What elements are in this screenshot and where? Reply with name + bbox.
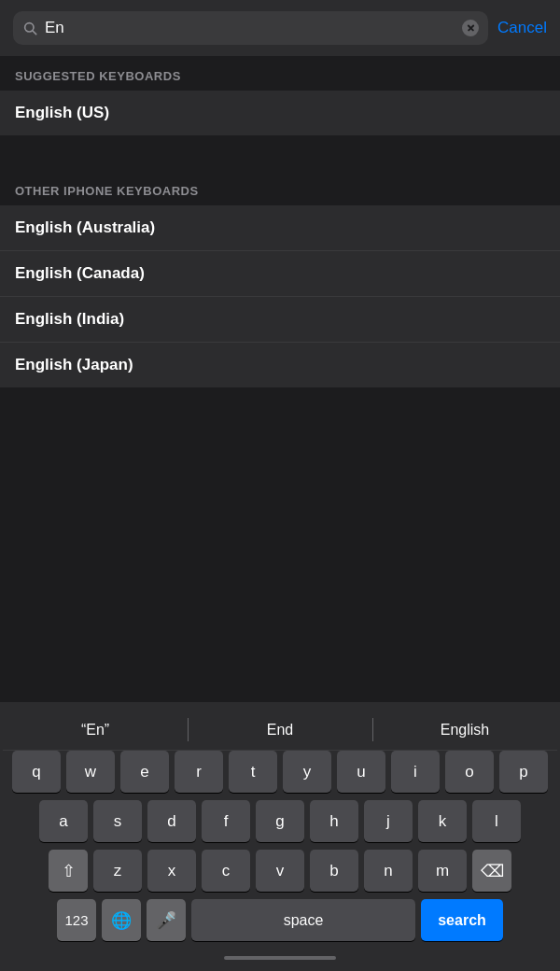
key-e[interactable]: e [120, 751, 169, 793]
key-u[interactable]: u [337, 751, 385, 793]
key-row-2: a s d f g h j k l [3, 800, 557, 842]
home-indicator [3, 949, 557, 967]
key-m[interactable]: m [418, 850, 467, 892]
numbers-label: 123 [64, 912, 88, 928]
cancel-button[interactable]: Cancel [497, 15, 547, 41]
search-input[interactable] [45, 19, 455, 37]
key-a[interactable]: a [39, 800, 88, 842]
key-x[interactable]: x [147, 850, 196, 892]
other-item-india[interactable]: English (India) [0, 297, 560, 343]
suggested-section: SUGGESTED KEYBOARDS English (US) [0, 56, 560, 135]
autocomplete-item-2[interactable]: English [372, 710, 557, 750]
suggested-section-header: SUGGESTED KEYBOARDS [0, 56, 560, 91]
globe-icon: 🌐 [111, 910, 132, 931]
key-c[interactable]: c [202, 850, 250, 892]
key-h[interactable]: h [310, 800, 358, 842]
key-g[interactable]: g [256, 800, 304, 842]
autocomplete-item-1[interactable]: End [188, 710, 372, 750]
key-s[interactable]: s [93, 800, 142, 842]
backspace-key[interactable]: ⌫ [472, 850, 511, 892]
search-bar: Cancel [0, 0, 560, 56]
mic-key[interactable]: 🎤 [147, 899, 186, 941]
key-row-3: ⇧ z x c v b n m ⌫ [3, 850, 557, 892]
search-icon [22, 21, 37, 35]
key-v[interactable]: v [256, 850, 304, 892]
numbers-key[interactable]: 123 [57, 899, 96, 941]
key-i[interactable]: i [391, 751, 440, 793]
autocomplete-bar: “En” End English [3, 710, 557, 751]
key-row-1: q w e r t y u i o p [3, 751, 557, 793]
mic-icon: 🎤 [156, 910, 176, 931]
keyboard: “En” End English q w e r t y u i o p a s… [0, 702, 560, 971]
section-gap [0, 135, 560, 163]
search-key[interactable]: search [421, 899, 503, 941]
key-l[interactable]: l [472, 800, 521, 842]
key-q[interactable]: q [12, 751, 61, 793]
key-t[interactable]: t [229, 751, 277, 793]
key-d[interactable]: d [147, 800, 196, 842]
key-f[interactable]: f [202, 800, 250, 842]
key-w[interactable]: w [66, 751, 115, 793]
shift-key[interactable]: ⇧ [49, 850, 88, 892]
key-o[interactable]: o [445, 751, 494, 793]
key-n[interactable]: n [364, 850, 413, 892]
key-p[interactable]: p [499, 751, 548, 793]
space-key[interactable]: space [191, 899, 415, 941]
other-item-canada[interactable]: English (Canada) [0, 251, 560, 297]
key-y[interactable]: y [283, 751, 331, 793]
suggested-item-english-us[interactable]: English (US) [0, 91, 560, 135]
search-input-wrapper [13, 11, 488, 45]
other-section: OTHER IPHONE KEYBOARDS English (Australi… [0, 171, 560, 387]
autocomplete-item-0[interactable]: “En” [3, 710, 188, 750]
key-r[interactable]: r [175, 751, 223, 793]
other-item-australia[interactable]: English (Australia) [0, 205, 560, 251]
svg-line-1 [33, 31, 36, 35]
home-bar [224, 956, 336, 960]
key-j[interactable]: j [364, 800, 413, 842]
other-item-japan[interactable]: English (Japan) [0, 343, 560, 387]
other-section-header: OTHER IPHONE KEYBOARDS [0, 171, 560, 205]
globe-key[interactable]: 🌐 [102, 899, 141, 941]
search-label: search [438, 912, 486, 929]
clear-button[interactable] [462, 20, 479, 36]
key-z[interactable]: z [93, 850, 142, 892]
key-k[interactable]: k [418, 800, 467, 842]
key-row-bottom: 123 🌐 🎤 space search [3, 899, 557, 941]
key-b[interactable]: b [310, 850, 358, 892]
space-label: space [284, 912, 324, 929]
